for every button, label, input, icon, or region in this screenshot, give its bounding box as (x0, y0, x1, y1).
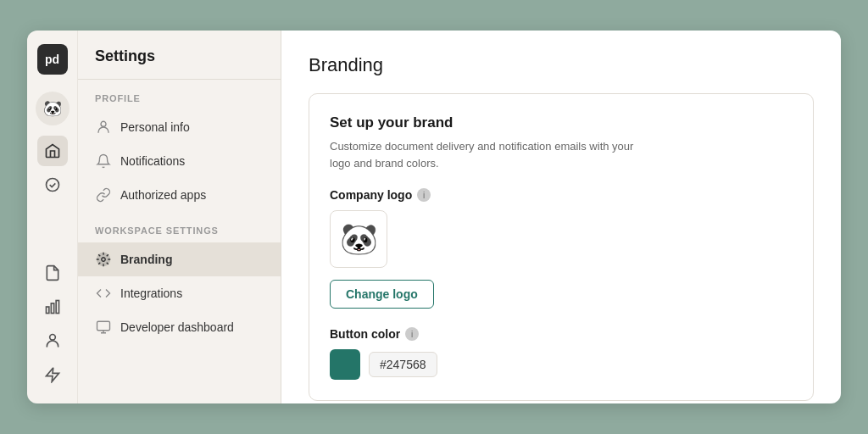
main-content: Branding Set up your brand Customize doc… (281, 31, 841, 403)
authorized-apps-item[interactable]: Authorized apps (78, 178, 281, 212)
developer-dashboard-label: Developer dashboard (120, 320, 234, 334)
personal-info-icon (95, 119, 112, 136)
svg-rect-7 (97, 321, 110, 331)
app-logo: pd (37, 44, 68, 75)
logo-text: pd (45, 53, 59, 66)
authorized-apps-icon (95, 186, 112, 203)
developer-dashboard-icon (95, 319, 112, 336)
integrations-item[interactable]: Integrations (78, 276, 281, 310)
notifications-label: Notifications (120, 154, 185, 168)
chart-nav-icon[interactable] (37, 292, 68, 322)
branding-icon (95, 251, 112, 268)
lightning-nav-icon[interactable] (37, 359, 68, 390)
button-color-label: Button color i (330, 327, 793, 341)
person-nav-icon[interactable] (37, 326, 68, 356)
icon-sidebar: pd 🐼 (27, 31, 78, 403)
settings-title: Settings (78, 47, 281, 80)
color-swatch[interactable] (330, 349, 360, 380)
branding-card: Set up your brand Customize document del… (309, 93, 814, 401)
logo-info-icon[interactable]: i (417, 188, 431, 202)
color-hex-value[interactable]: #247568 (369, 352, 437, 377)
svg-rect-1 (46, 307, 48, 314)
svg-rect-2 (51, 303, 53, 314)
change-logo-button[interactable]: Change logo (330, 280, 434, 309)
document-nav-icon[interactable] (37, 258, 68, 288)
user-avatar[interactable]: 🐼 (36, 92, 70, 125)
svg-point-4 (49, 335, 55, 341)
logo-preview: 🐼 (330, 210, 387, 268)
personal-info-item[interactable]: Personal info (78, 110, 281, 144)
card-description: Customize document delivery and notifica… (330, 138, 635, 171)
authorized-apps-label: Authorized apps (120, 188, 206, 202)
company-logo-label: Company logo i (330, 188, 793, 202)
logo-emoji: 🐼 (340, 221, 378, 257)
personal-info-label: Personal info (120, 120, 190, 134)
svg-rect-3 (56, 301, 58, 314)
branding-item[interactable]: Branding (78, 242, 281, 276)
integrations-label: Integrations (120, 287, 182, 300)
branding-label: Branding (120, 253, 172, 266)
svg-point-0 (46, 179, 58, 192)
settings-sidebar: Settings PROFILE Personal info Notificat… (78, 31, 281, 403)
developer-dashboard-item[interactable]: Developer dashboard (78, 310, 281, 344)
color-info-icon[interactable]: i (405, 327, 419, 341)
page-title: Branding (309, 54, 814, 76)
svg-point-5 (101, 121, 106, 126)
card-title: Set up your brand (330, 114, 793, 131)
integrations-icon (95, 285, 112, 302)
check-nav-icon[interactable] (37, 170, 68, 200)
color-row: #247568 (330, 349, 793, 380)
notifications-item[interactable]: Notifications (78, 144, 281, 178)
profile-section-label: PROFILE (78, 80, 281, 110)
home-nav-icon[interactable] (37, 136, 68, 166)
workspace-section-label: WORKSPACE SETTINGS (78, 212, 281, 242)
notifications-icon (95, 153, 112, 170)
